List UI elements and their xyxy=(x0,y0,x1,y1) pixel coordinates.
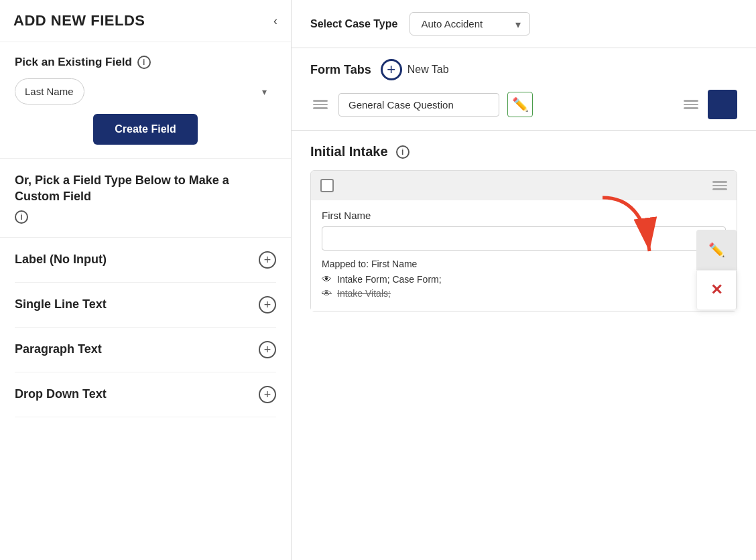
tab-right-drag-handle[interactable] xyxy=(681,97,701,112)
left-panel: ADD NEW FIELDS ‹ Pick an Existing Field … xyxy=(0,0,292,560)
field-delete-button[interactable]: ✕ xyxy=(696,270,737,310)
right-panel: Select Case Type Auto Accident Slip and … xyxy=(292,0,756,560)
tab-drag-handle[interactable] xyxy=(310,97,330,112)
field-type-paragraph-text[interactable]: Paragraph Text + xyxy=(15,328,276,372)
field-card-first-name: First Name Mapped to: First Name 👁 Intak… xyxy=(310,170,737,311)
collapse-arrow-icon[interactable]: ‹ xyxy=(273,14,277,28)
tab-name-input[interactable] xyxy=(338,93,499,117)
visibility-text-2: Intake Vitals; xyxy=(337,288,391,299)
new-tab-button[interactable]: + New Tab xyxy=(381,59,449,80)
right-header: Select Case Type Auto Accident Slip and … xyxy=(292,0,756,48)
add-single-line-icon[interactable]: + xyxy=(259,296,276,313)
edit-pencil-icon: ✏️ xyxy=(708,242,725,258)
field-card-top xyxy=(311,171,737,200)
existing-field-section: Pick an Existing Field i Last Name First… xyxy=(0,42,291,159)
visibility-row-2: 👁 Intake Vitals; xyxy=(322,287,726,299)
tab-actions-right xyxy=(681,90,737,119)
custom-field-title-text: Or, Pick a Field Type Below to Make a Cu… xyxy=(15,172,276,205)
visibility-row-1: 👁 Intake Form; Case Form; xyxy=(322,273,726,285)
field-type-list: Label (No Input) + Single Line Text + Pa… xyxy=(0,238,291,560)
existing-field-select-wrapper: Last Name First Name Email Phone xyxy=(15,78,276,104)
field-type-single-line-name: Single Line Text xyxy=(15,297,107,311)
form-tabs-header: Form Tabs + New Tab xyxy=(310,59,737,80)
form-tabs-section: Form Tabs + New Tab ✏️ xyxy=(292,48,756,131)
navy-square-button[interactable] xyxy=(708,90,737,119)
field-input-mock xyxy=(322,226,726,251)
field-label-text: First Name xyxy=(322,210,726,221)
intake-title: Initial Intake xyxy=(310,144,388,159)
existing-field-select[interactable]: Last Name First Name Email Phone xyxy=(15,78,84,104)
select-case-type-label: Select Case Type xyxy=(310,18,397,30)
add-paragraph-icon[interactable]: + xyxy=(259,341,276,358)
left-header: ADD NEW FIELDS ‹ xyxy=(0,0,291,42)
add-new-fields-title: ADD NEW FIELDS xyxy=(13,12,145,29)
field-type-single-line-text[interactable]: Single Line Text + xyxy=(15,283,276,328)
info-icon-custom[interactable]: i xyxy=(15,210,28,224)
custom-field-section: Or, Pick a Field Type Below to Make a Cu… xyxy=(0,159,291,238)
custom-field-label: Or, Pick a Field Type Below to Make a Cu… xyxy=(15,172,276,224)
new-tab-label: New Tab xyxy=(407,64,449,76)
form-tabs-title: Form Tabs xyxy=(310,63,371,77)
tab-row: ✏️ xyxy=(310,90,737,119)
intake-section: Initial Intake i First Name Mapped to: F… xyxy=(292,131,756,560)
field-checkbox[interactable] xyxy=(320,179,334,192)
mapped-to-text: Mapped to: First Name xyxy=(322,259,726,269)
case-type-select-wrapper: Auto Accident Slip and Fall Workers Comp xyxy=(410,12,530,36)
delete-x-icon: ✕ xyxy=(710,281,722,299)
field-type-paragraph-name: Paragraph Text xyxy=(15,342,102,356)
field-drag-handle[interactable] xyxy=(712,181,727,190)
field-type-label-no-input[interactable]: Label (No Input) + xyxy=(15,238,276,283)
field-type-label-no-input-name: Label (No Input) xyxy=(15,253,107,267)
pencil-icon: ✏️ xyxy=(512,96,529,113)
existing-field-label: Pick an Existing Field i xyxy=(15,56,276,69)
eye-icon-2: 👁 xyxy=(322,287,332,299)
field-type-drop-down-text[interactable]: Drop Down Text + xyxy=(15,372,276,417)
field-edit-button[interactable]: ✏️ xyxy=(696,230,737,270)
add-dropdown-icon[interactable]: + xyxy=(259,386,276,403)
info-icon-intake[interactable]: i xyxy=(396,145,410,159)
field-type-dropdown-name: Drop Down Text xyxy=(15,387,107,401)
add-label-no-input-icon[interactable]: + xyxy=(259,251,276,269)
floating-actions: ✏️ ✕ xyxy=(696,230,737,310)
case-type-select[interactable]: Auto Accident Slip and Fall Workers Comp xyxy=(410,12,530,36)
create-field-button[interactable]: Create Field xyxy=(93,114,198,145)
pick-existing-label: Pick an Existing Field xyxy=(15,56,132,69)
visibility-text-1: Intake Form; Case Form; xyxy=(337,274,442,285)
field-card-body: First Name Mapped to: First Name 👁 Intak… xyxy=(311,200,737,311)
plus-circle-icon: + xyxy=(381,59,402,80)
info-icon-existing[interactable]: i xyxy=(137,56,151,69)
intake-header: Initial Intake i xyxy=(310,144,737,159)
edit-tab-button[interactable]: ✏️ xyxy=(507,92,533,117)
eye-icon-1: 👁 xyxy=(322,273,332,285)
